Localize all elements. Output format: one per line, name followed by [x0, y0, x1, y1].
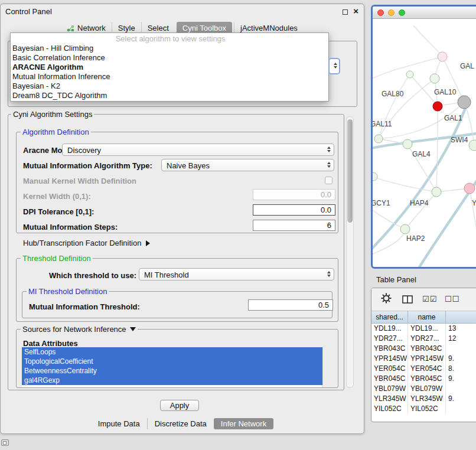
list-item[interactable]: BetweennessCentrality — [22, 366, 322, 376]
columns-icon[interactable] — [402, 295, 413, 304]
table-row[interactable]: YBR045CYBR045C9. — [371, 374, 476, 384]
node-label: Y — [472, 199, 476, 207]
data-attributes-list: SelfLoops TopologicalCoefficient Between… — [22, 347, 330, 387]
network-view-window: GAL GAL80 GAL10 GAL1 GAL11 SWI4 GAL4 GCY… — [371, 5, 476, 269]
window-title: Control Panel — [5, 7, 52, 16]
kernel-width-field[interactable]: 0.0 — [253, 189, 335, 200]
node-red[interactable] — [433, 102, 442, 111]
algorithm-combobox-edge[interactable] — [328, 58, 340, 74]
tab-label: Network — [77, 24, 106, 32]
chevron-down-icon — [130, 327, 136, 331]
algorithm-dropdown-popup: Select algorithm to view settings Bayesi… — [10, 32, 329, 102]
mi-threshold-field[interactable]: 0.5 — [248, 299, 333, 311]
apply-button[interactable]: Apply — [160, 400, 199, 411]
kernel-width-label: Kernel Width (0,1): — [23, 192, 91, 201]
data-attributes-label: Data Attributes — [23, 339, 78, 348]
control-panel-window: Control Panel × Network Style Select Cyn… — [0, 4, 364, 434]
table-row[interactable]: YBR043CYBR043C — [371, 344, 476, 354]
dropdown-item-selected[interactable]: ARACNE Algorithm — [11, 63, 328, 72]
tab-infer-network[interactable]: Infer Network — [214, 418, 273, 429]
node[interactable] — [403, 139, 412, 149]
table-row[interactable]: YLR345WYLR345W9. — [371, 394, 476, 404]
table-panel-title: Table Panel — [376, 275, 416, 284]
settings-group-title: Cyni Algorithm Settings — [11, 110, 94, 119]
network-node-labels: GAL GAL80 GAL10 GAL1 GAL11 SWI4 GAL4 GCY… — [373, 62, 476, 243]
table-row[interactable]: YPR145WYPR145W9. — [371, 354, 476, 364]
zoom-traffic-light[interactable] — [399, 9, 405, 16]
node-label: GAL10 — [434, 88, 457, 96]
node[interactable] — [438, 52, 447, 61]
node-label: SWI4 — [451, 136, 468, 144]
close-traffic-light[interactable] — [377, 9, 384, 16]
dropdown-item[interactable]: Mutual Information Inference — [11, 72, 328, 81]
minimize-traffic-light[interactable] — [388, 9, 395, 16]
dropdown-item[interactable]: Basic Correlation Inference — [11, 53, 328, 63]
dpi-tolerance-label: DPI Tolerance [0,1]: — [23, 207, 94, 216]
table-toolbar: ☑☑ ☐☐ — [371, 288, 476, 311]
node-gray[interactable] — [458, 96, 471, 109]
network-icon — [67, 25, 74, 32]
bottom-tabs: Impute Data Discretize Data Infer Networ… — [1, 418, 364, 429]
mi-type-label: Mutual Information Algorithm Type: — [23, 161, 152, 170]
node[interactable] — [406, 71, 413, 78]
combo-arrows-icon — [334, 63, 337, 69]
table-row[interactable]: YDL19...YDL19...13 — [371, 324, 476, 334]
table-row[interactable]: YBL079WYBL079W — [371, 384, 476, 394]
tab-impute-data[interactable]: Impute Data — [91, 418, 147, 429]
which-threshold-label: Which threshold to use: — [49, 271, 136, 280]
column-header-clipped[interactable] — [446, 311, 476, 323]
network-window-titlebar[interactable] — [373, 6, 476, 19]
table-row[interactable]: YER054CYER054C8. — [371, 364, 476, 374]
table-row[interactable]: YIL052CYIL052C — [371, 404, 476, 414]
list-item[interactable]: SelfLoops — [22, 347, 322, 357]
deselect-all-columns-icon[interactable]: ☐☐ — [445, 295, 459, 304]
mi-threshold-label: Mutual Information Threshold: — [29, 302, 140, 311]
node[interactable] — [469, 140, 476, 151]
node-pink[interactable] — [464, 183, 475, 194]
table-body: YDL19...YDL19...13 YDR27...YDR27...12 YB… — [371, 324, 476, 414]
sources-group-title[interactable]: Sources for Network Inference — [21, 325, 138, 334]
node-label: HAP4 — [410, 199, 429, 207]
network-canvas[interactable]: GAL GAL80 GAL10 GAL1 GAL11 SWI4 GAL4 GCY… — [373, 19, 476, 267]
mi-type-combobox[interactable]: Naive Bayes — [161, 159, 334, 171]
list-item[interactable]: TopologicalCoefficient — [22, 357, 322, 366]
mi-steps-field[interactable]: 6 — [253, 220, 335, 231]
list-scrollbar[interactable] — [322, 347, 330, 387]
scrollbar-thumb[interactable] — [347, 119, 353, 223]
chevron-right-icon — [146, 240, 150, 246]
tab-discretize-data[interactable]: Discretize Data — [147, 418, 214, 429]
column-header-shared[interactable]: shared... — [371, 311, 408, 323]
gear-icon[interactable] — [381, 293, 392, 304]
settings-scrollbar[interactable] — [346, 116, 354, 388]
column-header-name[interactable]: name — [408, 311, 446, 323]
list-item[interactable]: gal4RGexp — [22, 376, 322, 385]
threshold-definition-title: Threshold Definition — [21, 254, 93, 263]
mi-threshold-group-title: MI Threshold Definition — [27, 287, 109, 296]
dropdown-item[interactable]: Dream8 DC_TDC Algorithm — [11, 91, 328, 100]
dropdown-item[interactable]: Bayesian - Hill Climbing — [11, 44, 328, 53]
dpi-tolerance-field[interactable]: 0.0 — [253, 204, 335, 216]
table-row[interactable]: YDR27...YDR27...12 — [371, 334, 476, 344]
dropdown-item[interactable]: Bayesian - K2 — [11, 81, 328, 91]
node-label: GAL4 — [412, 150, 431, 158]
node-label: GAL11 — [373, 120, 392, 128]
node[interactable] — [432, 187, 441, 197]
table-header-row: shared... name — [371, 311, 476, 324]
aracne-mode-combobox[interactable]: Discovery — [62, 144, 334, 156]
combo-arrows-icon — [327, 146, 331, 152]
which-threshold-combobox[interactable]: MI Threshold — [139, 268, 334, 281]
node[interactable] — [400, 224, 410, 234]
node[interactable] — [374, 135, 383, 143]
select-all-columns-icon[interactable]: ☑☑ — [422, 295, 437, 304]
combo-arrows-icon — [327, 271, 331, 277]
node[interactable] — [430, 74, 439, 83]
combo-arrows-icon — [327, 162, 331, 168]
node[interactable] — [373, 172, 377, 181]
hub-definition-toggle[interactable]: Hub/Transcription Factor Definition — [23, 239, 150, 247]
panel-float-icon[interactable] — [1, 439, 9, 446]
close-icon[interactable]: × — [353, 6, 358, 16]
float-window-icon[interactable] — [343, 9, 348, 15]
manual-kernel-checkbox[interactable] — [325, 177, 332, 184]
mi-steps-label: Mutual Information Steps: — [23, 223, 118, 231]
node-label: GAL — [460, 62, 474, 70]
